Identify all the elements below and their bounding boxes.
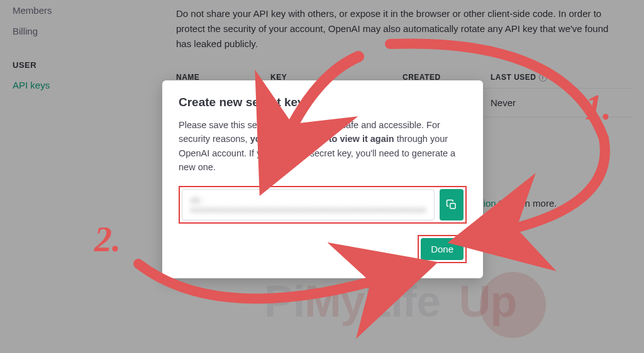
modal-create-secret-key: Create new secret key Please save this s… xyxy=(162,80,483,278)
modal-title: Create new secret key xyxy=(179,95,467,109)
modal-text-bold: you won't be able to view it again xyxy=(250,134,394,144)
done-button[interactable]: Done xyxy=(421,238,464,260)
svg-rect-0 xyxy=(450,204,455,209)
modal-footer: Done xyxy=(179,235,467,263)
copy-icon xyxy=(446,199,457,210)
secret-key-field[interactable]: sk-xxxxxxxxxxxxxxxxxxxxxxxxxxxxxxxxxxxxx… xyxy=(182,189,435,220)
key-row: sk-xxxxxxxxxxxxxxxxxxxxxxxxxxxxxxxxxxxxx… xyxy=(179,186,467,224)
modal-text: Please save this secret key somewhere sa… xyxy=(179,118,467,175)
copy-button[interactable] xyxy=(440,189,464,220)
done-highlight: Done xyxy=(418,235,467,263)
